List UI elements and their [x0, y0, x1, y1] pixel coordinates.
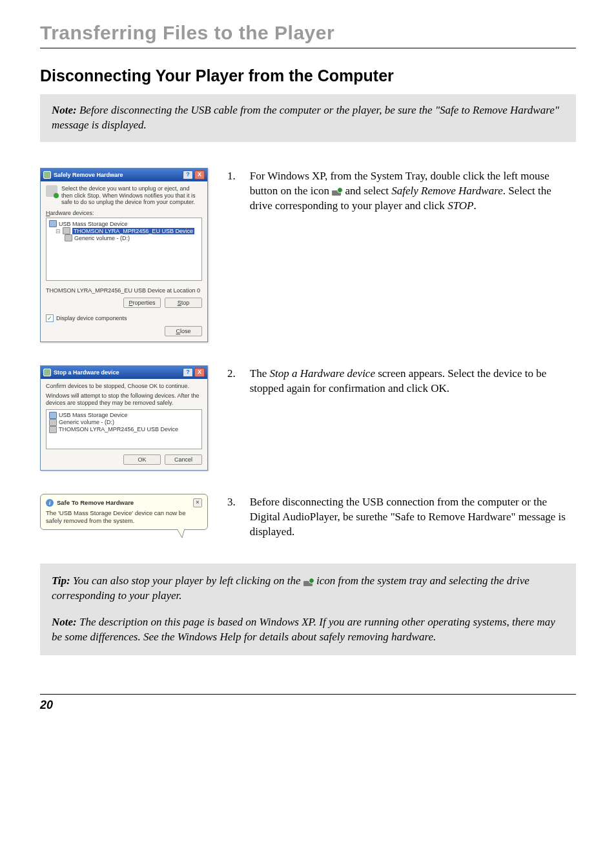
top-note-box: Note: Before disconnecting the USB cable…: [40, 94, 576, 142]
safe-to-remove-balloon: i Safe To Remove Hardware × The 'USB Mas…: [40, 494, 208, 531]
stop-hardware-device-dialog: Stop a Hardware device ? X Confirm devic…: [40, 365, 208, 470]
step-2-row: Stop a Hardware device ? X Confirm devic…: [40, 365, 576, 470]
dialog2-device-list[interactable]: USB Mass Storage Device Generic volume -…: [46, 409, 202, 449]
dialog1-title: Safely Remove Hardware: [54, 172, 123, 178]
drive-icon: [63, 227, 70, 234]
step-2-figure: Stop a Hardware device ? X Confirm devic…: [40, 365, 208, 470]
info-icon: i: [46, 499, 54, 507]
note-text: Before disconnecting the USB cable from …: [52, 104, 559, 131]
stop-button[interactable]: Stop: [165, 298, 202, 308]
list-item[interactable]: Generic volume - (D:): [59, 419, 114, 425]
help-button[interactable]: ?: [183, 170, 193, 179]
section-title: Disconnecting Your Player from the Compu…: [40, 66, 576, 85]
usb-icon: [43, 369, 51, 376]
close-dialog-button[interactable]: Close: [165, 326, 202, 336]
step-1-number: 1.: [227, 169, 236, 214]
note-label: Note:: [52, 104, 77, 116]
dialog2-line1: Confirm devices to be stopped, Choose OK…: [46, 383, 202, 390]
chapter-rule: [40, 48, 576, 48]
step-2-text: The Stop a Hardware device screen appear…: [250, 367, 576, 396]
dialog2-title: Stop a Hardware device: [54, 369, 119, 376]
ok-button[interactable]: OK: [123, 454, 161, 465]
dialog2-titlebar: Stop a Hardware device ? X: [41, 366, 207, 379]
close-button[interactable]: X: [194, 368, 205, 377]
step-1-text: For Windows XP, from the System Tray, do…: [250, 169, 576, 214]
tree-root[interactable]: USB Mass Storage Device: [59, 221, 128, 227]
hardware-devices-label: Hardware devices:: [46, 210, 202, 216]
step-3-row: i Safe To Remove Hardware × The 'USB Mas…: [40, 494, 576, 541]
balloon-tail-icon: [176, 529, 189, 539]
dialog1-titlebar: Safely Remove Hardware ? X: [41, 168, 207, 181]
page-number: 20: [40, 698, 576, 712]
device-icon: [46, 185, 57, 197]
drive-icon: [49, 426, 57, 433]
dialog2-line2: Windows will attempt to stop the followi…: [46, 392, 202, 407]
tip-label: Tip:: [52, 575, 70, 587]
balloon-close-button[interactable]: ×: [193, 498, 202, 507]
usb-icon: [43, 171, 51, 179]
step-3-figure: i Safe To Remove Hardware × The 'USB Mas…: [40, 494, 208, 541]
tip-pre: You can also stop your player by left cl…: [70, 575, 303, 587]
bottom-note-label: Note:: [52, 616, 77, 628]
step-1-row: Safely Remove Hardware ? X Select the de…: [40, 168, 576, 342]
volume-icon: [49, 419, 57, 426]
system-tray-icon: [303, 578, 314, 587]
bottom-note-text: The description on this page is based on…: [52, 616, 555, 643]
display-components-checkbox[interactable]: ✓: [46, 314, 54, 322]
help-button[interactable]: ?: [183, 368, 193, 377]
list-item[interactable]: THOMSON LYRA_MPR2456_EU USB Device: [59, 426, 178, 432]
step-2-number: 2.: [227, 367, 236, 396]
step-1-figure: Safely Remove Hardware ? X Select the de…: [40, 168, 208, 342]
step-3-number: 3.: [227, 495, 236, 540]
dialog1-status: THOMSON LYRA_MPR2456_EU USB Device at Lo…: [46, 287, 202, 294]
dialog1-intro: Select the device you want to unplug or …: [61, 185, 202, 206]
balloon-title: Safe To Remove Hardware: [57, 499, 134, 506]
system-tray-icon: [332, 187, 342, 196]
volume-icon: [65, 234, 72, 241]
cancel-button[interactable]: Cancel: [165, 454, 202, 465]
step-3-text: Before disconnecting the USB connection …: [250, 495, 576, 540]
close-button[interactable]: X: [194, 170, 205, 179]
footer-rule: [40, 694, 576, 695]
tree-child[interactable]: Generic volume - (D:): [74, 235, 130, 241]
bottom-info-box: Tip: You can also stop your player by le…: [40, 564, 576, 655]
usb-device-icon: [49, 412, 57, 419]
tree-selected-item[interactable]: THOMSON LYRA_MPR2456_EU USB Device: [72, 228, 194, 234]
chapter-title: Transferring Files to the Player: [40, 22, 576, 44]
list-item[interactable]: USB Mass Storage Device: [59, 412, 128, 418]
usb-device-icon: [49, 220, 57, 227]
hardware-devices-tree[interactable]: USB Mass Storage Device ⊟THOMSON LYRA_MP…: [46, 218, 202, 281]
display-components-label: Display device components: [56, 315, 127, 321]
balloon-body: The 'USB Mass Storage Device' device can…: [46, 509, 202, 525]
safely-remove-hardware-dialog: Safely Remove Hardware ? X Select the de…: [40, 168, 208, 342]
properties-button[interactable]: Properties: [123, 298, 161, 308]
